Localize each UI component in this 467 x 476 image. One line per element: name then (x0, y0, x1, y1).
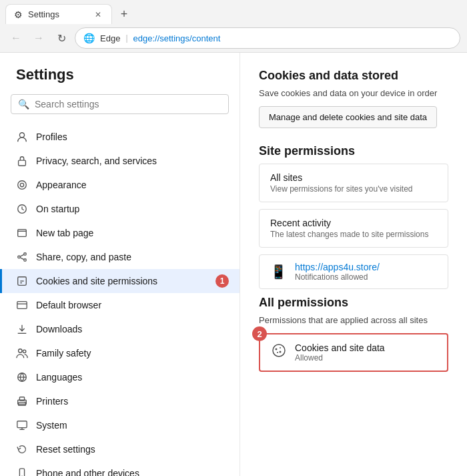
svg-point-35 (276, 348, 278, 350)
sidebar-item-label: On startup (36, 204, 79, 214)
svg-rect-5 (18, 230, 27, 237)
share-icon (16, 251, 28, 263)
badge-1: 1 (215, 274, 229, 288)
recent-site-item[interactable]: 📱 https://apps4u.store/ Notifications al… (259, 254, 448, 289)
refresh-button[interactable]: ↻ (52, 29, 71, 47)
forward-button[interactable]: → (29, 29, 48, 47)
sidebar-item-label: Appearance (36, 180, 87, 190)
printers-icon (16, 395, 28, 407)
recent-activity-desc: The latest changes made to site permissi… (270, 230, 437, 239)
svg-rect-29 (19, 469, 24, 476)
sidebar-item-label: New tab page (36, 228, 93, 238)
default-browser-icon (16, 299, 28, 311)
sidebar-title: Settings (0, 66, 240, 94)
sidebar-item-share[interactable]: Share, copy, and paste (0, 245, 240, 269)
sidebar-item-reset[interactable]: Reset settings (0, 437, 240, 461)
main-layout: Settings 🔍 Profiles Privacy, search, and… (0, 53, 467, 476)
sidebar-item-label: Languages (36, 372, 82, 383)
sidebar-item-label: Family safety (36, 348, 91, 359)
tab-bar: ⚙ Settings ✕ + (0, 0, 467, 24)
sidebar-item-label: Printers (36, 396, 68, 407)
browser-chrome: ⚙ Settings ✕ + ← → ↻ 🌐 Edge | edge://set… (0, 0, 467, 53)
svg-point-38 (277, 352, 278, 353)
tab-title: Settings (28, 9, 59, 19)
site-permissions-title: Site permissions (259, 144, 448, 158)
site-permissions-section: Site permissions All sites View permissi… (259, 144, 448, 289)
tab-close-button[interactable]: ✕ (93, 9, 103, 20)
system-icon (16, 419, 28, 431)
url-suffix: /content (189, 33, 220, 43)
all-permissions-title: All permissions (259, 296, 448, 310)
all-permissions-desc: Permissions that are applied across all … (259, 315, 448, 325)
cookies-and-site-data-card[interactable]: 2 Cookies and site data Allowed (259, 333, 448, 372)
sidebar-item-newtab[interactable]: New tab page (0, 221, 240, 245)
recent-site-icon: 📱 (270, 264, 287, 280)
cookies-section: Cookies and data stored Save cookies and… (259, 69, 448, 144)
svg-point-2 (18, 181, 27, 190)
sidebar-item-label: Privacy, search, and services (36, 156, 157, 166)
cookies-card-title: Cookies and site data (295, 342, 385, 353)
cookies-perm-icon (16, 275, 28, 287)
profiles-icon (16, 131, 28, 143)
cookies-card-subtitle: Allowed (295, 353, 385, 363)
sidebar-item-label: System (36, 420, 67, 431)
svg-point-36 (280, 347, 281, 348)
recent-site-url: https://apps4u.store/ (295, 262, 380, 272)
svg-point-9 (24, 259, 27, 262)
sidebar-item-phone[interactable]: Phone and other devices (0, 461, 240, 476)
recent-activity-card[interactable]: Recent activity The latest changes made … (259, 209, 448, 248)
sidebar-item-label: Cookies and site permissions (36, 276, 157, 286)
cookies-section-title: Cookies and data stored (259, 69, 448, 83)
svg-point-34 (273, 344, 285, 356)
cookies-section-desc: Save cookies and data on your device in … (259, 88, 448, 98)
sidebar-item-printers[interactable]: Printers (0, 389, 240, 413)
phone-icon (16, 467, 28, 476)
address-url: edge://settings/content (133, 33, 221, 43)
manage-cookies-button[interactable]: Manage and delete cookies and site data (259, 106, 437, 128)
sidebar-item-browser[interactable]: Default browser (0, 293, 240, 317)
sidebar-item-label: Reset settings (36, 444, 95, 455)
sidebar-item-profiles[interactable]: Profiles (0, 125, 240, 149)
settings-tab[interactable]: ⚙ Settings ✕ (5, 4, 112, 24)
cookies-card-info: Cookies and site data Allowed (295, 342, 385, 363)
svg-point-8 (18, 256, 21, 258)
address-prefix: Edge (100, 33, 120, 43)
url-bold: settings (159, 33, 189, 43)
content-area: Cookies and data stored Save cookies and… (240, 53, 467, 476)
back-button[interactable]: ← (7, 29, 25, 47)
all-sites-title: All sites (270, 172, 437, 183)
startup-icon (16, 203, 28, 215)
sidebar-item-appearance[interactable]: Appearance (0, 173, 240, 197)
cookies-card-icon (271, 342, 287, 363)
recent-site-info: https://apps4u.store/ Notifications allo… (295, 262, 380, 282)
sidebar-item-privacy[interactable]: Privacy, search, and services (0, 149, 240, 173)
newtab-icon (16, 227, 28, 239)
recent-site-status: Notifications allowed (295, 272, 380, 282)
search-icon: 🔍 (18, 99, 29, 109)
sidebar-item-label: Profiles (36, 132, 67, 142)
svg-point-3 (20, 183, 23, 186)
appearance-icon (16, 179, 28, 191)
new-tab-button[interactable]: + (115, 5, 133, 23)
sidebar-item-label: Default browser (36, 300, 101, 310)
badge-2: 2 (252, 326, 267, 341)
sidebar-item-system[interactable]: System (0, 413, 240, 437)
sidebar-item-languages[interactable]: Languages (0, 365, 240, 389)
svg-point-37 (280, 351, 282, 353)
privacy-icon (16, 155, 28, 167)
sidebar-item-cookies[interactable]: Cookies and site permissions 1 (0, 269, 240, 293)
sidebar-item-label: Downloads (36, 324, 82, 334)
sidebar-item-family[interactable]: Family safety (0, 341, 240, 365)
sidebar-item-label: Share, copy, and paste (36, 252, 131, 262)
url-plain: edge:// (133, 33, 160, 43)
search-input[interactable] (35, 99, 221, 109)
sidebar-item-startup[interactable]: On startup (0, 197, 240, 221)
sidebar-item-downloads[interactable]: Downloads (0, 317, 240, 341)
sidebar: Settings 🔍 Profiles Privacy, search, and… (0, 53, 240, 476)
tab-icon: ⚙ (14, 9, 23, 20)
all-sites-card[interactable]: All sites View permissions for sites you… (259, 164, 448, 202)
svg-point-25 (25, 401, 26, 403)
search-box[interactable]: 🔍 (11, 94, 229, 114)
svg-rect-15 (17, 302, 27, 309)
address-bar[interactable]: 🌐 Edge | edge://settings/content (75, 27, 460, 49)
